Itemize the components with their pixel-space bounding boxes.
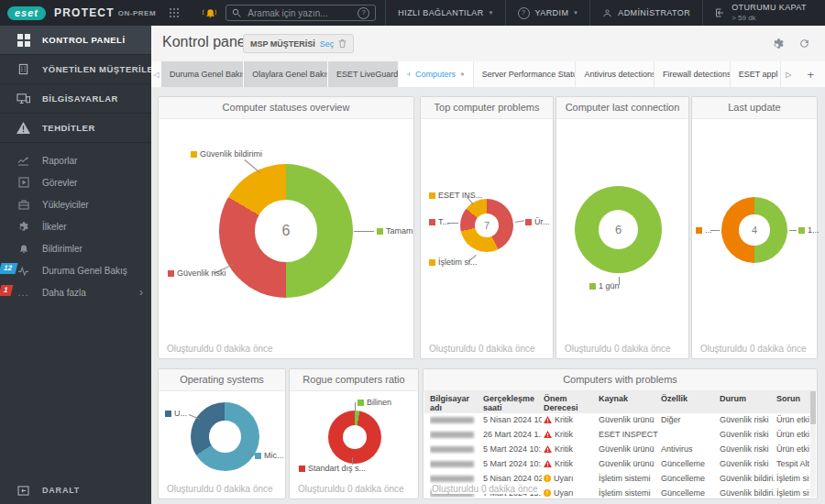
column-header-onem-derecesi[interactable]: Önem Derecesi (544, 391, 597, 413)
sidebar-item-duruma-genel-bakis[interactable]: 12 Duruma Genel Bakış (0, 259, 151, 281)
chip-select-action[interactable]: Seç (320, 39, 335, 49)
tabs-scroll-left[interactable]: ◁ (151, 61, 161, 87)
quick-links-menu[interactable]: HIZLI BAĞLANTILAR ▾ (385, 0, 504, 26)
column-header-gerceklesme-saati[interactable]: Gerçekleşme saati (483, 391, 542, 413)
cell-status: Güvenlik riski (720, 444, 775, 454)
card-title[interactable]: Top computer problems (421, 97, 553, 119)
cell-time: 5 Mart 2024 10:... (483, 459, 542, 468)
tab-computers-active[interactable]: Computers (399, 61, 474, 87)
tab-server-performance-status[interactable]: Server Performance Status (474, 61, 577, 87)
card-title[interactable]: Computers with problems (424, 369, 817, 391)
column-header-sorun[interactable]: Sorun (776, 391, 813, 403)
cell-source: Güvenlik ürünü (599, 444, 659, 454)
legend-standart-disi[interactable]: Standart dış s... (299, 464, 366, 473)
tabs-scroll-right[interactable]: ▷ (781, 61, 796, 87)
legend-label: T... (438, 217, 449, 226)
sidebar: KONTROL PANELİ YÖNETİLEN MÜŞTERİLER BİLG… (0, 26, 151, 504)
user-menu[interactable]: ADMİNİSTRATOR (589, 0, 702, 26)
last-connection-donut-chart[interactable]: 6 (575, 186, 662, 273)
legend-ur[interactable]: Ür... (525, 217, 550, 226)
legend-guvenlik-riski[interactable]: Güvenlik riski (168, 268, 226, 278)
trash-icon[interactable] (338, 38, 346, 49)
msp-client-chip[interactable]: MSP MÜŞTERİSİ Seç (243, 34, 354, 53)
sidebar-item-daha-fazla[interactable]: 1 ... Daha fazla › (0, 281, 151, 303)
legend-microsoft[interactable]: Mic... (255, 451, 284, 460)
tab-duruma-genel-bakis[interactable]: Duruma Genel Bakış (161, 61, 244, 87)
tab-olaylara-genel-bakis[interactable]: Olaylara Genel Bakış (244, 61, 328, 87)
legend-eset-ins[interactable]: ESET INS... (429, 191, 482, 200)
legend-guvenlik-bildirimi[interactable]: Güvenlik bildirimi (191, 149, 262, 159)
legend-isletim-si[interactable]: İşletim si... (429, 257, 478, 267)
problems-donut-chart[interactable]: 7 (460, 199, 513, 252)
help-menu[interactable]: ? YARDIM ▾ (505, 0, 590, 26)
legend-1-gun[interactable]: 1 gün (589, 281, 620, 290)
card-title[interactable]: Computer statuses overview (159, 97, 413, 119)
tab-eset-liveguard[interactable]: ESET LiveGuard (328, 61, 399, 87)
sidebar-item-kontrol-paneli[interactable]: KONTROL PANELİ (0, 26, 151, 55)
cell-source: Güvenlik ürünü (599, 415, 659, 424)
tab-eset-appl[interactable]: ESET appl (731, 61, 782, 87)
legend-bilinen[interactable]: Bilinen (358, 398, 391, 407)
legend-t[interactable]: T... (429, 217, 449, 226)
logout-button[interactable]: OTURUMU KAPAT > 59 dk (702, 0, 825, 26)
leader-line (245, 159, 260, 173)
card-title[interactable]: Computer last connection (556, 97, 688, 119)
column-header-kaynak[interactable]: Kaynak (599, 391, 659, 403)
table-row[interactable]: 5 Mart 2024 10:...KritikGüvenlik ürünüAn… (424, 443, 809, 457)
cell-problem: İşletim sistemi ... (776, 488, 809, 498)
legend-swatch (429, 192, 435, 199)
legend-label: Bilinen (367, 398, 391, 407)
legend-ubuntu[interactable]: U... (165, 409, 187, 418)
collapse-sidebar-button[interactable]: DARALT (0, 477, 151, 504)
operating-systems-donut-chart[interactable] (191, 402, 259, 471)
legend-update-old[interactable]: ... (696, 225, 712, 235)
logout-label: OTURUMU KAPAT (732, 3, 807, 13)
sidebar-item-yonetilen-musteriler[interactable]: YÖNETİLEN MÜŞTERİLER (0, 55, 151, 84)
table-scrollbar-thumb[interactable] (810, 391, 816, 424)
sidebar-item-yukleyiciler[interactable]: Yükleyiciler (0, 193, 151, 215)
app-grid-icon[interactable] (169, 7, 180, 18)
card-title[interactable]: Operating systems (159, 369, 285, 391)
user-name: ADMİNİSTRATOR (618, 8, 690, 17)
tab-settings-gear-icon[interactable] (460, 70, 465, 79)
search-input[interactable] (246, 7, 353, 19)
column-header-ozellik[interactable]: Özellik (661, 391, 718, 403)
eset-logo[interactable]: eset (7, 6, 46, 20)
donut-center (209, 421, 241, 453)
table-row[interactable]: 5 Mart 2024 10:...KritikGüvenlik ürünüGü… (424, 457, 809, 472)
last-update-donut-chart[interactable]: 4 (721, 197, 787, 263)
table-row[interactable]: 5 Nisan 2024 10...KritikGüvenlik ürünüDi… (424, 413, 809, 428)
computers-icon (16, 93, 31, 104)
column-header-durum[interactable]: Durum (720, 391, 775, 403)
policies-gear-icon (16, 221, 31, 232)
statuses-donut-chart[interactable]: 6 (219, 164, 353, 298)
add-tab-button[interactable]: + (796, 61, 825, 87)
tab-firewall-detections[interactable]: Firewall detections (654, 61, 731, 87)
sidebar-item-bilgisayarlar[interactable]: BİLGİSAYARLAR (0, 84, 151, 114)
card-title[interactable]: Rogue computers ratio (290, 369, 418, 391)
redacted-computer-name (430, 432, 474, 438)
search-help-icon[interactable]: ? (358, 7, 369, 19)
sidebar-item-bildirimler[interactable]: Bildirimler (0, 237, 151, 259)
card-title[interactable]: Last update (692, 97, 817, 119)
search-icon (232, 8, 241, 17)
sidebar-item-tehditler[interactable]: TEHDİTLER (0, 114, 151, 143)
session-timer: > 59 dk (732, 14, 807, 23)
help-icon: ? (518, 7, 530, 19)
tab-antivirus-detections[interactable]: Antivirus detections (576, 61, 654, 87)
notification-bell-icon[interactable] (203, 6, 216, 19)
table-row[interactable]: 26 Mart 2024 1...KritikESET INSPECT ...G… (424, 428, 809, 443)
sidebar-item-raporlar[interactable]: Raporlar (0, 149, 151, 171)
column-header-bilgisayar-adi[interactable]: Bilgisayar adı (430, 391, 481, 413)
legend-label: Ür... (534, 217, 550, 226)
refresh-icon[interactable] (798, 38, 810, 49)
redacted-computer-name (430, 417, 474, 423)
legend-update-recent[interactable]: 1... (798, 225, 820, 235)
dashboard-settings-gear-icon[interactable] (773, 38, 785, 49)
sidebar-item-ilkeler[interactable]: İlkeler (0, 215, 151, 237)
legend-tamam[interactable]: Tamam (377, 226, 413, 236)
rogue-donut-chart[interactable] (328, 411, 381, 464)
product-edition: ON-PREM (118, 9, 156, 17)
sidebar-item-gorevler[interactable]: Görevler (0, 171, 151, 193)
leader-line (789, 230, 797, 231)
